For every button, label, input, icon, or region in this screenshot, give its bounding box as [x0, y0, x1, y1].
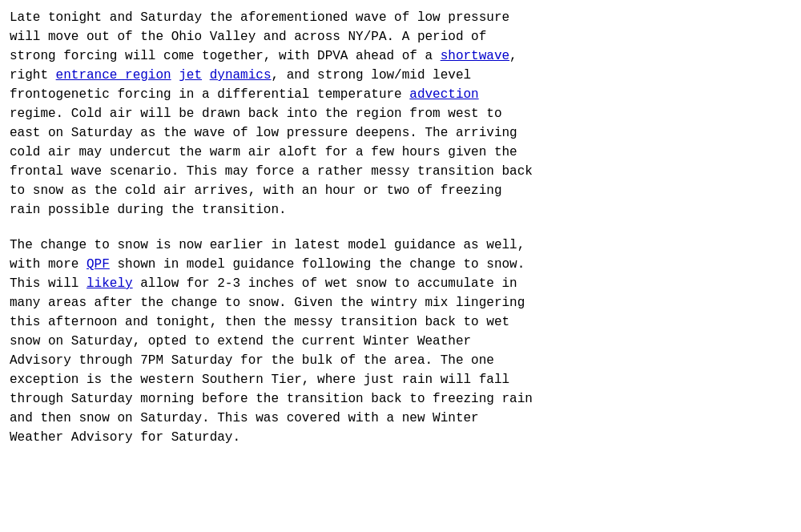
- qpf-link[interactable]: QPF: [87, 257, 110, 272]
- paragraph-1: Late tonight and Saturday the aforementi…: [10, 8, 791, 220]
- text-segment: [202, 68, 210, 83]
- text-segment: [171, 68, 179, 83]
- shortwave-link[interactable]: shortwave: [441, 49, 509, 63]
- advection-link[interactable]: advection: [409, 87, 478, 102]
- entrance-region-link[interactable]: entrance region: [56, 68, 171, 83]
- dynamics-link[interactable]: dynamics: [210, 68, 272, 83]
- jet-link[interactable]: jet: [179, 68, 202, 83]
- paragraph-2: The change to snow is now earlier in lat…: [10, 236, 791, 447]
- content-area: Late tonight and Saturday the aforementi…: [10, 8, 791, 447]
- text-segment: allow for 2-3 inches of wet snow to accu…: [10, 276, 533, 445]
- likely-link[interactable]: likely: [87, 276, 133, 291]
- text-segment: regime. Cold air will be drawn back into…: [10, 107, 533, 217]
- text-segment: Late tonight and Saturday the aforementi…: [10, 10, 509, 63]
